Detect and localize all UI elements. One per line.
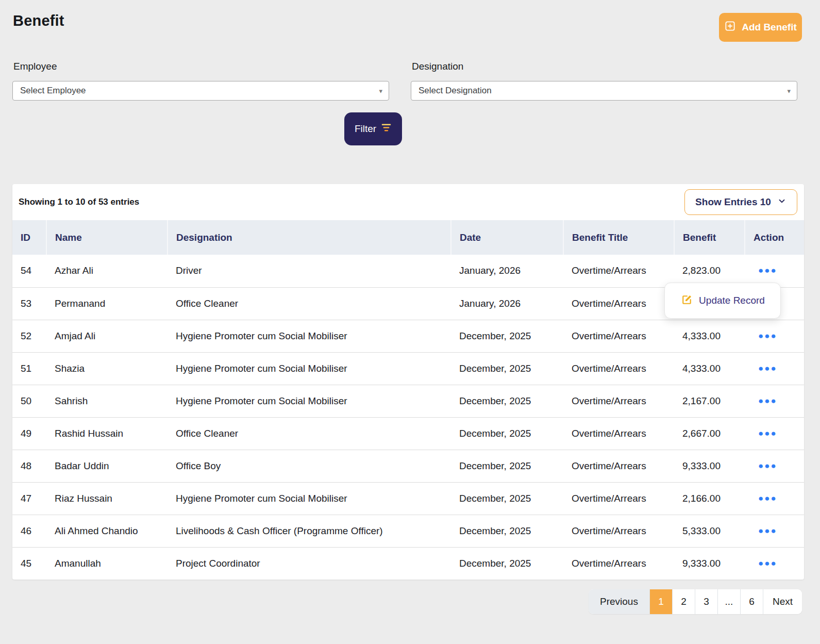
row-actions-ellipsis-icon[interactable]: ●●● <box>757 459 778 473</box>
cell-designation: Office Boy <box>168 450 451 482</box>
cell-id: 53 <box>12 287 46 320</box>
cell-designation: Office Cleaner <box>168 287 451 320</box>
table-row: 50 Sahrish Hygiene Promoter cum Social M… <box>12 385 804 417</box>
cell-id: 46 <box>12 515 46 547</box>
row-actions-ellipsis-icon[interactable]: ●●● <box>757 556 778 571</box>
add-benefit-button[interactable]: Add Benefit <box>719 13 802 42</box>
cell-date: December, 2025 <box>451 385 563 417</box>
row-actions-ellipsis-icon[interactable]: ●●● <box>757 263 778 278</box>
table-row: 47 Riaz Hussain Hygiene Promoter cum Soc… <box>12 482 804 515</box>
benefit-table-card: Showing 1 to 10 of 53 entries Show Entri… <box>12 184 804 580</box>
cell-id: 45 <box>12 547 46 580</box>
cell-action: ●●● <box>745 385 804 417</box>
pagination-page-6[interactable]: 6 <box>741 589 763 614</box>
cell-benefit: 2,667.00 <box>674 417 745 450</box>
col-header-action: Action <box>745 220 804 255</box>
cell-designation: Hygiene Promoter cum Social Mobiliser <box>168 352 451 385</box>
cell-benefit: 5,333.00 <box>674 515 745 547</box>
cell-designation: Livelihoods & Cash Officer (Programme Of… <box>168 515 451 547</box>
cell-id: 47 <box>12 482 46 515</box>
benefit-table: ID Name Designation Date Benefit Title B… <box>12 220 804 580</box>
cell-date: December, 2025 <box>451 515 563 547</box>
cell-action: ●●● <box>745 417 804 450</box>
caret-down-icon: ▾ <box>787 87 791 95</box>
update-record-menu-item[interactable]: Update Record <box>699 295 765 306</box>
employee-select-value: Select Employee <box>20 86 86 96</box>
cell-action: ●●● <box>745 320 804 352</box>
row-actions-ellipsis-icon[interactable]: ●●● <box>757 426 778 441</box>
cell-benefit-title: Overtime/Arrears <box>563 352 674 385</box>
filter-button[interactable]: Filter <box>344 112 402 145</box>
table-row: 51 Shazia Hygiene Promoter cum Social Mo… <box>12 352 804 385</box>
cell-benefit-title: Overtime/Arrears <box>563 450 674 482</box>
cell-name: Amjad Ali <box>46 320 168 352</box>
cell-benefit: 9,333.00 <box>674 450 745 482</box>
cell-action: ●●● <box>745 515 804 547</box>
cell-designation: Hygiene Promoter cum Social Mobiliser <box>168 320 451 352</box>
cell-benefit-title: Overtime/Arrears <box>563 417 674 450</box>
filter-button-label: Filter <box>355 123 376 135</box>
cell-benefit-title: Overtime/Arrears <box>563 287 674 320</box>
cell-date: January, 2026 <box>451 287 563 320</box>
table-row: 48 Badar Uddin Office Boy December, 2025… <box>12 450 804 482</box>
pagination-page-1[interactable]: 1 <box>650 589 673 614</box>
row-actions-ellipsis-icon[interactable]: ●●● <box>757 491 778 506</box>
cell-name: Riaz Hussain <box>46 482 168 515</box>
cell-date: December, 2025 <box>451 482 563 515</box>
col-header-name: Name <box>46 220 168 255</box>
plus-square-icon <box>724 20 736 35</box>
row-actions-menu: Update Record <box>664 283 781 319</box>
filter-lines-icon <box>381 123 392 135</box>
col-header-date: Date <box>451 220 563 255</box>
col-header-benefit-title: Benefit Title <box>563 220 674 255</box>
cell-name: Amanullah <box>46 547 168 580</box>
pagination-next-button[interactable]: Next <box>763 589 802 614</box>
cell-benefit: 4,333.00 <box>674 320 745 352</box>
pagination-page-...[interactable]: ... <box>718 589 741 614</box>
table-row: 52 Amjad Ali Hygiene Promoter cum Social… <box>12 320 804 352</box>
pagination: Previous123...6Next <box>589 589 802 614</box>
cell-id: 48 <box>12 450 46 482</box>
cell-name: Sahrish <box>46 385 168 417</box>
cell-designation: Project Coordinator <box>168 547 451 580</box>
cell-id: 51 <box>12 352 46 385</box>
cell-date: December, 2025 <box>451 450 563 482</box>
caret-down-icon: ▾ <box>379 87 382 95</box>
cell-action: ●●● <box>745 482 804 515</box>
table-row: 46 Ali Ahmed Chandio Livelihoods & Cash … <box>12 515 804 547</box>
cell-action: ●●● <box>745 352 804 385</box>
designation-select[interactable]: Select Designation ▾ <box>411 81 797 101</box>
cell-benefit-title: Overtime/Arrears <box>563 320 674 352</box>
cell-id: 50 <box>12 385 46 417</box>
cell-name: Permanand <box>46 287 168 320</box>
cell-id: 54 <box>12 255 46 287</box>
pagination-previous-button[interactable]: Previous <box>589 589 650 614</box>
entries-summary: Showing 1 to 10 of 53 entries <box>19 197 139 207</box>
cell-id: 52 <box>12 320 46 352</box>
cell-id: 49 <box>12 417 46 450</box>
col-header-id: ID <box>12 220 46 255</box>
designation-label: Designation <box>412 61 463 72</box>
cell-benefit: 2,167.00 <box>674 385 745 417</box>
employee-select[interactable]: Select Employee ▾ <box>12 81 389 101</box>
col-header-designation: Designation <box>168 220 451 255</box>
row-actions-ellipsis-icon[interactable]: ●●● <box>757 394 778 408</box>
cell-benefit: 9,333.00 <box>674 547 745 580</box>
show-entries-dropdown[interactable]: Show Entries 10 <box>684 189 797 215</box>
pagination-page-2[interactable]: 2 <box>673 589 695 614</box>
add-benefit-label: Add Benefit <box>742 22 797 33</box>
cell-name: Shazia <box>46 352 168 385</box>
cell-name: Rashid Hussain <box>46 417 168 450</box>
edit-pencil-square-icon <box>680 293 693 308</box>
cell-date: January, 2026 <box>451 255 563 287</box>
row-actions-ellipsis-icon[interactable]: ●●● <box>757 329 778 343</box>
cell-date: December, 2025 <box>451 417 563 450</box>
row-actions-ellipsis-icon[interactable]: ●●● <box>757 524 778 538</box>
pagination-page-3[interactable]: 3 <box>695 589 718 614</box>
cell-benefit: 2,166.00 <box>674 482 745 515</box>
row-actions-ellipsis-icon[interactable]: ●●● <box>757 361 778 376</box>
cell-designation: Hygiene Promoter cum Social Mobiliser <box>168 385 451 417</box>
cell-designation: Driver <box>168 255 451 287</box>
cell-action: ●●● <box>745 547 804 580</box>
table-row: 45 Amanullah Project Coordinator Decembe… <box>12 547 804 580</box>
